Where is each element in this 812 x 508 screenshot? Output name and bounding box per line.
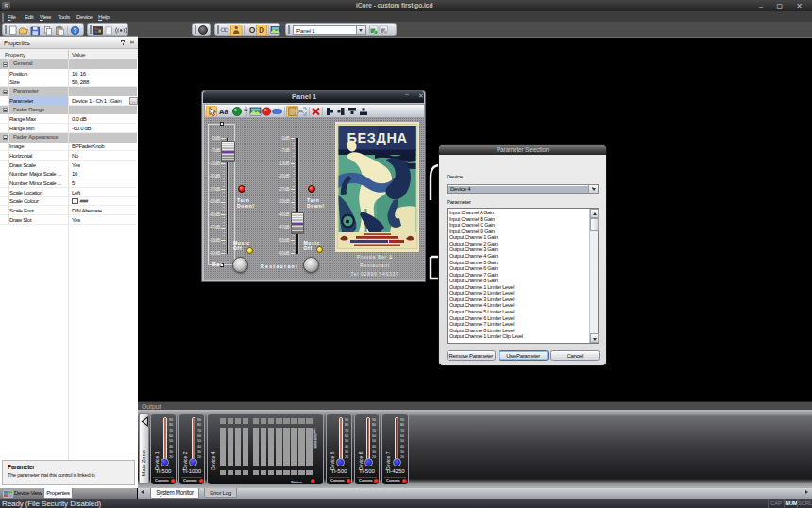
svg-text:Aa: Aa: [219, 108, 228, 116]
svg-text:БЕЗДНА: БЕЗДНА: [347, 129, 407, 144]
svg-text:D: D: [259, 25, 264, 35]
svg-text:O: O: [249, 25, 256, 35]
svg-text:?: ?: [73, 27, 76, 34]
